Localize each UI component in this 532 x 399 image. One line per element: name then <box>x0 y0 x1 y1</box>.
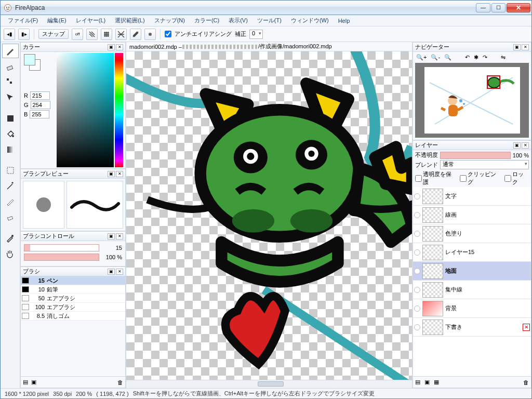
layer-row[interactable]: 色塗り <box>413 224 531 243</box>
select-pen-tool[interactable] <box>2 194 19 209</box>
blend-combo[interactable]: 通常 <box>440 160 529 169</box>
undo-button[interactable]: ◂▮ <box>4 29 15 40</box>
flip-icon[interactable]: ⇋ <box>501 54 506 61</box>
rotate-left-icon[interactable]: ↶ <box>465 54 470 61</box>
titlebar[interactable]: FireAlpaca — ☐ ✕ <box>1 1 531 15</box>
canvas[interactable] <box>126 51 412 380</box>
h-scrollbar[interactable] <box>126 380 412 388</box>
menu-help[interactable]: Help <box>334 17 354 25</box>
layer-row[interactable]: 文字 <box>413 187 531 206</box>
gradient-tool[interactable] <box>2 142 19 157</box>
visibility-toggle[interactable] <box>414 249 420 256</box>
minimize-button[interactable]: — <box>476 3 490 12</box>
dock-icon[interactable]: ▣ <box>108 233 115 240</box>
redo-button[interactable]: ▮▸ <box>18 29 30 40</box>
visibility-toggle[interactable] <box>414 268 420 274</box>
close-icon[interactable]: ✕ <box>116 269 123 275</box>
menu-select[interactable]: 選択範囲(L) <box>111 16 149 25</box>
layer-row[interactable]: 線画 <box>413 206 531 224</box>
close-button[interactable]: ✕ <box>507 3 530 12</box>
visibility-toggle[interactable] <box>414 305 420 312</box>
g-input[interactable] <box>31 101 50 109</box>
layer-opacity-slider[interactable] <box>440 152 511 159</box>
size-slider[interactable] <box>24 244 99 251</box>
zoom-in-icon[interactable]: 🔍+ <box>416 54 427 61</box>
snap-perspective-icon[interactable] <box>115 29 127 40</box>
eraser-tool[interactable] <box>2 59 19 74</box>
dock-icon[interactable]: ▣ <box>108 269 115 275</box>
brush-tool[interactable] <box>2 44 19 58</box>
color-swatches[interactable] <box>24 54 39 70</box>
visibility-toggle[interactable] <box>414 287 420 293</box>
brush-row[interactable]: 10鉛筆 <box>21 285 125 294</box>
antialias-checkbox[interactable] <box>165 31 171 37</box>
dup-layer-icon[interactable]: ▣ <box>424 379 430 385</box>
navigator-preview[interactable] <box>415 63 529 138</box>
wand-tool[interactable] <box>2 179 19 193</box>
brush-row[interactable]: 50エアブラシ <box>21 294 125 303</box>
layer-row[interactable]: 下書き✕ <box>413 318 531 337</box>
layer-row[interactable]: 背景 <box>413 299 531 318</box>
visibility-toggle[interactable] <box>414 231 420 237</box>
menu-edit[interactable]: 編集(E) <box>43 16 71 25</box>
merge-layer-icon[interactable]: ▦ <box>434 379 439 385</box>
delete-layer-icon[interactable]: 🗑 <box>523 379 529 385</box>
snap-radial-icon[interactable] <box>130 29 141 40</box>
add-layer-icon[interactable]: ▤ <box>415 379 420 385</box>
close-icon[interactable]: ✕ <box>116 233 123 240</box>
close-icon[interactable]: ✕ <box>522 44 529 50</box>
dock-icon[interactable]: ▣ <box>513 142 521 149</box>
rotate-reset-icon[interactable]: ✱ <box>474 54 478 61</box>
menu-snap[interactable]: スナップ(N) <box>150 16 189 25</box>
menu-layer[interactable]: レイヤー(L) <box>72 16 110 25</box>
dock-icon[interactable]: ▣ <box>108 171 115 177</box>
dot-tool[interactable] <box>2 75 19 89</box>
hand-tool[interactable] <box>2 246 19 261</box>
snap-parallel-icon[interactable] <box>86 29 98 40</box>
rotate-right-icon[interactable]: ↷ <box>483 54 487 61</box>
snap-circle-icon[interactable] <box>144 29 156 40</box>
hue-slider[interactable] <box>115 53 123 167</box>
layer-row[interactable]: レイヤー15 <box>413 243 531 262</box>
add-brush-icon[interactable]: ▤ <box>23 379 28 385</box>
sv-picker[interactable] <box>57 53 114 167</box>
b-input[interactable] <box>30 110 49 118</box>
visibility-toggle[interactable] <box>414 212 420 218</box>
layer-row[interactable]: 集中線 <box>413 281 531 299</box>
menu-view[interactable]: 表示(V) <box>224 16 252 25</box>
opacity-slider[interactable] <box>24 254 99 261</box>
move-tool[interactable] <box>2 90 19 105</box>
menu-tool[interactable]: ツール(T) <box>253 16 286 25</box>
dock-icon[interactable]: ▣ <box>108 44 115 50</box>
snap-grid-icon[interactable] <box>101 29 112 40</box>
dup-brush-icon[interactable]: ▣ <box>31 379 36 385</box>
menu-color[interactable]: カラー(C) <box>190 16 223 25</box>
close-icon[interactable]: ✕ <box>116 44 123 50</box>
protect-alpha-checkbox[interactable] <box>415 175 422 182</box>
select-rect-tool[interactable] <box>2 163 19 178</box>
bucket-tool[interactable] <box>2 127 19 141</box>
menu-window[interactable]: ウィンドウ(W) <box>287 16 333 25</box>
zoom-out-icon[interactable]: 🔍- <box>431 54 440 61</box>
menu-file[interactable]: ファイル(F) <box>4 16 42 25</box>
close-icon[interactable]: ✕ <box>522 142 529 149</box>
maximize-button[interactable]: ☐ <box>491 3 506 12</box>
select-eraser-tool[interactable] <box>2 210 19 224</box>
brush-row[interactable]: 8.5消しゴム <box>21 312 125 321</box>
eyedropper-tool[interactable] <box>2 231 19 245</box>
close-icon[interactable]: ✕ <box>116 171 123 177</box>
brush-row[interactable]: 100エアブラシ <box>21 303 125 312</box>
layer-row[interactable]: 地面 <box>413 262 531 281</box>
document-tab[interactable]: madomori002.mdp – ▮▮▮▮▮▮▮▮▮▮▮▮▮▮▮▮▮▮▮▮▮ … <box>126 42 412 51</box>
dock-icon[interactable]: ▣ <box>513 44 521 50</box>
visibility-toggle[interactable] <box>414 193 420 200</box>
correction-combo[interactable]: 0 <box>249 30 263 39</box>
delete-brush-icon[interactable]: 🗑 <box>117 379 123 385</box>
fill-tool[interactable] <box>2 111 19 126</box>
r-input[interactable] <box>30 91 50 100</box>
brush-row[interactable]: 15ペン <box>21 276 125 285</box>
clipping-checkbox[interactable] <box>460 175 467 182</box>
snap-off-button[interactable]: off <box>72 29 83 40</box>
visibility-toggle[interactable] <box>414 324 420 330</box>
zoom-fit-icon[interactable]: 🔍 <box>444 54 451 61</box>
